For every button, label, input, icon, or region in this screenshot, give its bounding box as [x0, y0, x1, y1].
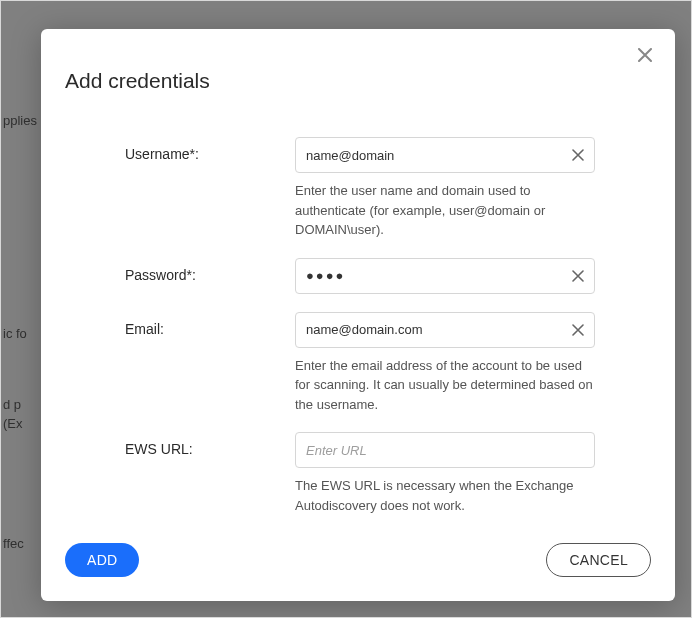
close-icon: [638, 48, 652, 62]
email-input-wrap: [295, 312, 595, 348]
password-input[interactable]: ●●●●: [296, 268, 564, 283]
add-button[interactable]: ADD: [65, 543, 139, 577]
bg-text: ic fo: [3, 326, 27, 341]
email-row: Email: Enter the email address of the ac…: [125, 312, 651, 415]
ews-url-row: EWS URL: The EWS URL is necessary when t…: [125, 432, 651, 515]
ews-url-label: EWS URL:: [125, 432, 295, 457]
bg-text: pplies: [3, 113, 37, 128]
credentials-form: Username*: Enter the user name and domai…: [65, 137, 651, 515]
dialog-actions: ADD CANCEL: [65, 543, 651, 577]
username-input[interactable]: [296, 148, 564, 163]
username-clear-button[interactable]: [564, 141, 592, 169]
bg-text: (Ex: [3, 416, 23, 431]
username-input-wrap: [295, 137, 595, 173]
clear-icon: [572, 324, 584, 336]
username-help: Enter the user name and domain used to a…: [295, 181, 595, 240]
cancel-button[interactable]: CANCEL: [546, 543, 651, 577]
username-row: Username*: Enter the user name and domai…: [125, 137, 651, 240]
clear-icon: [572, 149, 584, 161]
password-row: Password*: ●●●●: [125, 258, 651, 294]
password-clear-button[interactable]: [564, 262, 592, 290]
bg-text: d p: [3, 397, 21, 412]
ews-url-help: The EWS URL is necessary when the Exchan…: [295, 476, 595, 515]
email-clear-button[interactable]: [564, 316, 592, 344]
email-help: Enter the email address of the account t…: [295, 356, 595, 415]
add-credentials-dialog: Add credentials Username*: Enter the use…: [41, 29, 675, 601]
close-button[interactable]: [633, 43, 657, 67]
ews-url-input[interactable]: [296, 443, 594, 458]
ews-url-input-wrap: [295, 432, 595, 468]
email-label: Email:: [125, 312, 295, 337]
dialog-title: Add credentials: [65, 69, 651, 93]
username-label: Username*:: [125, 137, 295, 162]
clear-icon: [572, 270, 584, 282]
bg-text: ffec: [3, 536, 24, 551]
password-input-wrap: ●●●●: [295, 258, 595, 294]
email-input[interactable]: [296, 322, 564, 337]
password-label: Password*:: [125, 258, 295, 283]
